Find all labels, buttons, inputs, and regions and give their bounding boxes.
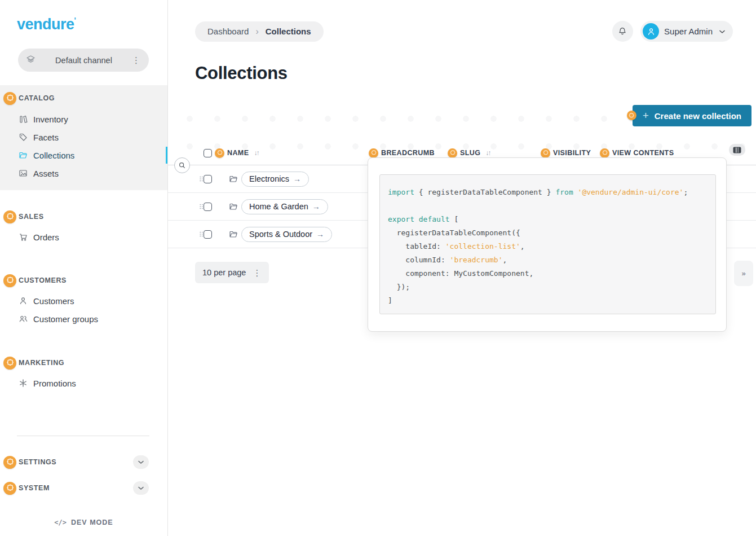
section-label-settings: SETTINGS [19, 458, 56, 466]
vendure-logo[interactable]: vendure' [17, 16, 167, 33]
sidebar-item-label: Orders [33, 232, 59, 242]
expand-settings-button[interactable] [133, 455, 149, 469]
section-header-catalog: CATALOG [0, 90, 167, 107]
sort-icon[interactable]: ↓↑ [254, 149, 258, 157]
sidebar-item-customers[interactable]: Customers [0, 292, 167, 310]
extension-point-badge[interactable] [541, 148, 550, 158]
chevron-down-icon [718, 27, 726, 36]
sidebar-item-promotions[interactable]: Promotions [0, 374, 167, 392]
notifications-button[interactable] [612, 21, 633, 42]
breadcrumb-collections[interactable]: Collections [266, 27, 311, 36]
sidebar-item-orders[interactable]: Orders [0, 228, 167, 246]
column-header-name[interactable]: NAME [227, 149, 249, 157]
cart-icon [19, 232, 28, 241]
code-line: export default [ [388, 213, 710, 226]
sidebar-item-label: Customers [33, 296, 74, 306]
sidebar-item-collections[interactable]: Collections [0, 146, 167, 164]
people-icon [19, 314, 28, 323]
nav-group-catalog: CATALOG Inventory Facets Collections Ass… [0, 85, 167, 190]
collection-link-home-garden[interactable]: Home & Garden → [241, 199, 328, 214]
extension-point-badge[interactable] [627, 111, 636, 120]
sidebar-item-assets[interactable]: Assets [0, 164, 167, 182]
column-header-visibility[interactable]: VISIBILITY [553, 149, 591, 157]
extension-point-badge[interactable] [215, 148, 224, 158]
main-content: Dashboard › Collections Super Admin Coll… [168, 0, 756, 536]
logo-text: vendure [17, 16, 74, 33]
collection-name: Home & Garden [249, 202, 308, 211]
sidebar-item-facets[interactable]: Facets [0, 128, 167, 146]
section-label-catalog: CATALOG [19, 94, 55, 102]
code-line: registerDataTableComponent({ [388, 226, 710, 240]
code-line: ] [388, 294, 710, 307]
column-header-breadcrumb[interactable]: BREADCRUMB [381, 149, 435, 157]
active-indicator-bar [166, 147, 167, 164]
image-icon [19, 169, 28, 178]
th-select-all: NAME ↓↑ [204, 141, 258, 165]
extension-point-badge[interactable] [3, 456, 16, 469]
breadcrumb: Dashboard › Collections [195, 21, 324, 42]
extension-point-badge[interactable] [369, 148, 378, 158]
asterisk-icon [19, 379, 28, 388]
collection-link-sports-outdoor[interactable]: Sports & Outdoor → [241, 227, 332, 242]
sidebar-section-settings: SETTINGS [0, 454, 167, 470]
code-line: columnId: 'breadcrumb', [388, 253, 710, 267]
folder-icon [229, 174, 238, 183]
column-settings-button[interactable] [729, 144, 745, 156]
row-checkbox[interactable] [204, 203, 212, 211]
user-menu[interactable]: Super Admin [640, 21, 733, 42]
code-line-blank [388, 199, 710, 213]
column-header-slug[interactable]: SLUG [460, 149, 480, 157]
dev-mode-label: DEV MODE [71, 519, 113, 526]
logo-accent-mark: ' [74, 16, 76, 25]
avatar [643, 23, 659, 39]
next-page-button[interactable]: » [734, 261, 753, 286]
channel-switcher[interactable]: Default channel ⋮ [18, 49, 149, 72]
items-per-page-selector[interactable]: 10 per page ⋮ [195, 262, 269, 283]
sidebar-item-label: Customer groups [33, 314, 98, 324]
column-header-view-contents[interactable]: VIEW CONTENTS [612, 149, 674, 157]
extension-point-badge[interactable] [3, 210, 16, 223]
code-line: }); [388, 280, 710, 294]
extension-point-badge[interactable] [3, 357, 16, 370]
extension-point-badge[interactable] [600, 148, 609, 158]
topbar-right: Super Admin [612, 21, 733, 42]
sidebar-item-inventory[interactable]: Inventory [0, 110, 167, 128]
layers-icon [26, 55, 36, 66]
folder-icon [19, 151, 28, 160]
code-snippet: import { registerDataTableComponent } fr… [379, 174, 716, 314]
collection-name: Sports & Outdoor [249, 230, 312, 239]
extension-point-badge[interactable] [3, 274, 16, 287]
sidebar-section-system: SYSTEM [0, 480, 167, 496]
row-checkbox[interactable] [204, 230, 212, 239]
extension-point-badge[interactable] [3, 482, 16, 495]
sidebar-item-customer-groups[interactable]: Customer groups [0, 310, 167, 328]
plus-icon: + [643, 109, 649, 122]
expand-system-button[interactable] [133, 481, 149, 495]
folder-icon [229, 202, 238, 211]
collection-name: Electronics [249, 174, 289, 183]
sort-icon[interactable]: ↓↑ [485, 149, 490, 157]
chevron-right-icon: › [255, 27, 258, 37]
section-header-customers: CUSTOMERS [0, 272, 167, 289]
extension-point-badge[interactable] [3, 92, 16, 105]
channel-menu-icon[interactable]: ⋮ [132, 56, 141, 64]
arrow-right-icon: → [312, 202, 320, 211]
person-icon [19, 296, 28, 305]
code-line: component: MyCustomComponent, [388, 267, 710, 280]
arrow-right-icon: → [316, 230, 324, 239]
tag-icon [19, 133, 28, 142]
select-all-checkbox[interactable] [204, 149, 212, 157]
dev-mode-toggle[interactable]: </> DEV MODE [0, 519, 167, 526]
search-button[interactable] [174, 157, 190, 173]
sidebar-item-label: Promotions [33, 379, 76, 388]
row-checkbox[interactable] [204, 175, 212, 183]
per-page-menu-icon: ⋮ [253, 269, 262, 277]
sidebar-divider [17, 436, 149, 436]
breadcrumb-dashboard[interactable]: Dashboard [207, 27, 249, 36]
create-new-collection-button[interactable]: + Create new collection [633, 105, 751, 126]
extension-point-badge[interactable] [448, 148, 457, 158]
collection-link-electronics[interactable]: Electronics → [241, 172, 309, 187]
code-line: import { registerDataTableComponent } fr… [388, 186, 710, 199]
books-icon [19, 115, 28, 124]
section-header-marketing: MARKETING [0, 354, 167, 371]
